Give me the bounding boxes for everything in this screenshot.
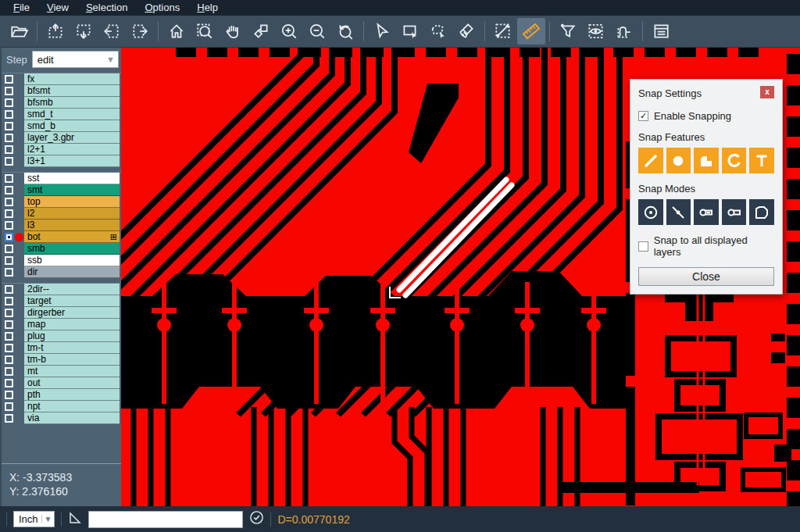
layer-visibility-checkbox[interactable]	[5, 320, 13, 329]
layer-visibility-checkbox[interactable]	[5, 186, 13, 195]
import-left-icon[interactable]	[98, 18, 126, 45]
layer-label[interactable]: l3	[24, 220, 120, 231]
ruler-icon[interactable]	[517, 18, 545, 45]
layer-label[interactable]: l2+1	[24, 144, 120, 155]
clean-icon[interactable]	[452, 18, 480, 45]
layer-label[interactable]: ssb	[24, 255, 120, 266]
snap-slot-center-icon[interactable]	[694, 199, 719, 225]
measure-input[interactable]	[88, 511, 243, 528]
layer-visibility-checkbox[interactable]	[5, 256, 13, 265]
layer-label[interactable]: mt	[24, 366, 120, 377]
layer-label[interactable]: smd_b	[24, 120, 120, 132]
layer-label[interactable]: fx	[24, 73, 120, 85]
apply-check-icon[interactable]	[249, 510, 264, 528]
layer-label[interactable]: pth	[24, 389, 120, 401]
layer-visibility-checkbox[interactable]	[5, 87, 13, 95]
zoom-in-icon[interactable]	[275, 18, 303, 45]
layer-visibility-checkbox[interactable]	[5, 221, 13, 230]
menu-item-file[interactable]: File	[5, 0, 38, 16]
import-top-icon[interactable]	[41, 18, 70, 45]
pan-icon[interactable]	[219, 18, 247, 45]
import-right-icon[interactable]	[126, 18, 154, 45]
layer-visibility-checkbox[interactable]	[5, 233, 13, 241]
snap-slot-end-icon[interactable]	[722, 199, 747, 225]
layer-label[interactable]: smt	[24, 184, 120, 196]
step-select[interactable]: edit ▼	[32, 51, 119, 68]
layer-label[interactable]: layer_3.gbr	[24, 132, 120, 144]
layer-label[interactable]: top	[24, 196, 120, 208]
layer-label[interactable]: out	[24, 377, 120, 389]
measure-line-icon[interactable]	[489, 18, 517, 45]
select-rect-icon[interactable]	[396, 18, 424, 45]
layer-visibility-checkbox[interactable]	[5, 245, 13, 253]
zoom-out-icon[interactable]	[303, 18, 331, 45]
layer-visibility-checkbox[interactable]	[5, 309, 13, 317]
zoom-window-icon[interactable]	[191, 18, 219, 45]
snap-center-icon[interactable]	[638, 199, 663, 225]
layer-visibility-checkbox[interactable]	[5, 367, 13, 376]
layer-visibility-checkbox[interactable]	[5, 268, 13, 277]
layer-label[interactable]: smb	[24, 243, 120, 255]
layer-visibility-checkbox[interactable]	[5, 391, 13, 399]
menu-item-options[interactable]: Options	[136, 0, 188, 16]
report-icon[interactable]	[647, 18, 675, 45]
layer-label[interactable]: 2dir--	[24, 284, 120, 295]
snap-line-icon[interactable]	[638, 148, 663, 173]
layer-visibility-checkbox[interactable]	[5, 209, 13, 218]
folder-open-icon[interactable]	[5, 18, 33, 45]
layer-label[interactable]: bot⊞	[24, 231, 120, 243]
menu-item-help[interactable]: Help	[188, 0, 227, 16]
layer-visibility-checkbox[interactable]	[5, 355, 13, 364]
unit-select[interactable]: Inch ▼	[13, 511, 55, 527]
menu-item-selection[interactable]: Selection	[77, 0, 136, 16]
layer-label[interactable]: npt	[24, 401, 120, 412]
measure-path-icon[interactable]	[610, 18, 638, 45]
layer-visibility-checkbox[interactable]	[5, 379, 13, 387]
layer-label[interactable]: smd_t	[24, 109, 120, 120]
layer-label[interactable]: dir	[24, 266, 120, 278]
close-button[interactable]: Close	[638, 267, 774, 286]
layer-label[interactable]: via	[24, 412, 120, 424]
layer-label[interactable]: map	[24, 319, 120, 330]
layer-visibility-checkbox[interactable]	[5, 110, 13, 119]
layer-label[interactable]: tm-t	[24, 342, 120, 354]
layer-label[interactable]: bfsmt	[24, 85, 120, 97]
snap-all-layers-checkbox[interactable]	[638, 241, 648, 252]
filter-icon[interactable]	[554, 18, 582, 45]
layer-visibility-checkbox[interactable]	[5, 402, 13, 411]
layer-label[interactable]: l2	[24, 208, 120, 220]
home-icon[interactable]	[162, 18, 191, 45]
layer-visibility-checkbox[interactable]	[5, 174, 13, 183]
zoom-undo-icon[interactable]	[331, 18, 359, 45]
layer-label[interactable]: bfsmb	[24, 97, 120, 109]
layer-visibility-checkbox[interactable]	[5, 122, 13, 130]
enable-snapping-checkbox[interactable]: ✓	[638, 111, 648, 121]
layer-visibility-checkbox[interactable]	[5, 134, 13, 142]
close-icon[interactable]: x	[760, 86, 774, 98]
menu-item-view[interactable]: View	[38, 0, 77, 16]
layer-visibility-checkbox[interactable]	[5, 75, 13, 84]
zoom-object-icon[interactable]	[247, 18, 275, 45]
layer-label[interactable]: plug	[24, 330, 120, 342]
layer-label[interactable]: l3+1	[24, 155, 120, 167]
layer-visibility-checkbox[interactable]	[5, 157, 13, 166]
layer-visibility-checkbox[interactable]	[5, 98, 13, 107]
layer-label[interactable]: dirgerber	[24, 307, 120, 319]
snap-text-icon[interactable]	[749, 148, 774, 173]
snap-pad-icon[interactable]	[666, 148, 691, 173]
import-bottom-icon[interactable]	[70, 18, 98, 45]
layer-visibility-checkbox[interactable]	[5, 297, 13, 305]
layer-visibility-checkbox[interactable]	[5, 414, 13, 423]
layer-visibility-checkbox[interactable]	[5, 344, 13, 352]
layer-visibility-checkbox[interactable]	[5, 198, 13, 206]
select-poly-icon[interactable]	[424, 18, 452, 45]
layer-visibility-checkbox[interactable]	[5, 285, 13, 294]
select-arrow-icon[interactable]	[368, 18, 396, 45]
snap-surface-icon[interactable]	[694, 148, 719, 173]
layer-visibility-checkbox[interactable]	[5, 145, 13, 154]
layer-visibility-checkbox[interactable]	[5, 332, 13, 341]
snap-closest-icon[interactable]	[666, 199, 691, 225]
layer-label[interactable]: sst	[24, 173, 120, 184]
layer-label[interactable]: target	[24, 295, 120, 307]
view-eye-icon[interactable]	[582, 18, 610, 45]
